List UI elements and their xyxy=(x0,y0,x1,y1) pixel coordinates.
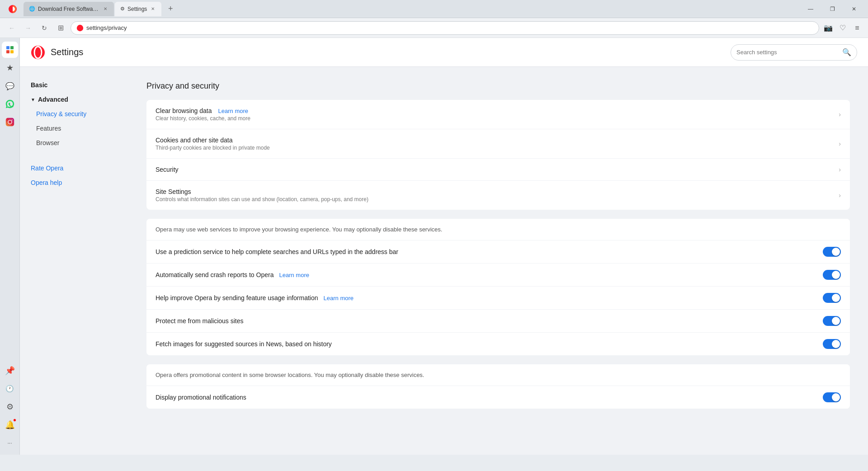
chevron-down-icon: ▼ xyxy=(31,97,35,102)
divider2 xyxy=(146,357,850,364)
clear-browsing-title: Clear browsing data Learn more xyxy=(156,107,835,114)
toggle-malicious-knob xyxy=(832,317,840,325)
toggle-crash-label: Automatically send crash reports to Oper… xyxy=(156,271,819,278)
toggle-prediction[interactable] xyxy=(823,247,841,257)
svg-rect-2 xyxy=(6,46,9,49)
toggle-malicious-row: Protect me from malicious sites xyxy=(146,310,850,333)
svg-rect-4 xyxy=(6,50,9,53)
settings-body: Basic ▼ Advanced Privacy & security Feat… xyxy=(20,67,868,455)
toggle-news-row: Fetch images for suggested sources in Ne… xyxy=(146,333,850,355)
opera-logo xyxy=(31,45,45,60)
new-tab-button[interactable]: + xyxy=(164,3,177,15)
nav-bar: ← → ↻ ⊞ settings/privacy 📷 ♡ ≡ xyxy=(0,18,868,38)
sidebar-messenger-icon[interactable]: 💬 xyxy=(2,78,18,94)
sidebar-bookmarks-icon[interactable]: ★ xyxy=(2,60,18,76)
toggle-prediction-knob xyxy=(832,248,840,256)
search-settings-box[interactable]: 🔍 xyxy=(731,44,857,61)
sidebar-settings-icon[interactable]: ⚙ xyxy=(2,399,18,415)
site-settings-chevron: › xyxy=(839,192,841,199)
site-settings-row[interactable]: Site Settings Controls what information … xyxy=(146,181,850,210)
settings-page: Settings 🔍 Basic ▼ Advanced Privacy & se… xyxy=(20,38,868,455)
back-button[interactable]: ← xyxy=(5,22,18,34)
nav-advanced-toggle[interactable]: ▼ Advanced xyxy=(20,92,128,107)
maximize-button[interactable]: ❐ xyxy=(822,2,843,16)
cookies-info: Cookies and other site data Third-party … xyxy=(156,137,835,151)
crash-learn-more[interactable]: Learn more xyxy=(279,272,309,278)
minimize-button[interactable]: — xyxy=(800,2,821,16)
toggle-news-label: Fetch images for suggested sources in Ne… xyxy=(156,340,819,348)
settings-header: Settings 🔍 xyxy=(20,38,868,67)
toggle-news-knob xyxy=(832,340,840,348)
privacy-card-main: Clear browsing data Learn more Clear his… xyxy=(146,100,850,210)
feature-learn-more[interactable]: Learn more xyxy=(324,295,354,301)
nav-advanced-label: Advanced xyxy=(38,96,68,103)
tab-bar: 🌐 Download Free Software fo ✕ ⚙ Settings… xyxy=(24,2,798,16)
toggle-promo-label: Display promotional notifications xyxy=(156,394,819,401)
sidebar-home-icon[interactable] xyxy=(2,42,18,58)
clear-browsing-learn-more[interactable]: Learn more xyxy=(218,108,248,114)
security-row[interactable]: Security › xyxy=(146,159,850,181)
security-info: Security xyxy=(156,166,835,173)
clear-browsing-info: Clear browsing data Learn more Clear his… xyxy=(156,107,835,122)
tab-download[interactable]: 🌐 Download Free Software fo ✕ xyxy=(24,2,114,16)
sidebar-history-icon[interactable]: 🕐 xyxy=(2,381,18,397)
divider1 xyxy=(146,212,850,219)
sidebar-pinned-icon[interactable]: 📌 xyxy=(2,363,18,379)
sidebar-promo-icon[interactable]: 🔔 xyxy=(2,417,18,433)
svg-point-8 xyxy=(11,120,12,121)
page-title: Settings xyxy=(51,47,725,57)
forward-button[interactable]: → xyxy=(22,22,34,34)
url-text: settings/privacy xyxy=(86,24,127,31)
tab-download-close[interactable]: ✕ xyxy=(102,6,108,12)
toggle-promo[interactable] xyxy=(823,392,841,402)
cookies-row[interactable]: Cookies and other site data Third-party … xyxy=(146,129,850,159)
nav-rate-opera[interactable]: Rate Opera xyxy=(20,161,128,175)
sidebar-more-icon[interactable]: ··· xyxy=(2,435,18,451)
security-title: Security xyxy=(156,166,835,173)
toggle-crash[interactable] xyxy=(823,270,841,280)
toggle-crash-knob xyxy=(832,271,840,279)
site-settings-info: Site Settings Controls what information … xyxy=(156,188,835,203)
screenshot-icon[interactable]: 📷 xyxy=(823,23,834,33)
toggle-news[interactable] xyxy=(823,339,841,349)
tab-settings[interactable]: ⚙ Settings ✕ xyxy=(115,2,161,16)
sidebar-whatsapp-icon[interactable] xyxy=(2,96,18,112)
toggle-feature[interactable] xyxy=(823,293,841,303)
toggle-promo-row: Display promotional notifications xyxy=(146,386,850,409)
services-info-text: Opera may use web services to improve yo… xyxy=(146,219,850,240)
nav-right-icons: 📷 ♡ ≡ xyxy=(823,23,863,33)
nav-privacy-security[interactable]: Privacy & security xyxy=(20,107,128,121)
security-chevron: › xyxy=(839,166,841,173)
nav-browser[interactable]: Browser xyxy=(20,136,128,150)
grid-view-button[interactable]: ⊞ xyxy=(54,22,67,34)
toggle-feature-knob xyxy=(832,294,840,302)
svg-rect-6 xyxy=(5,118,14,126)
close-button[interactable]: ✕ xyxy=(844,2,864,16)
search-settings-input[interactable] xyxy=(736,49,839,56)
toggle-crash-row: Automatically send crash reports to Oper… xyxy=(146,264,850,287)
toggle-promo-knob xyxy=(832,393,840,401)
browser-icon xyxy=(4,2,22,16)
site-settings-title: Site Settings xyxy=(156,188,835,195)
nav-opera-help[interactable]: Opera help xyxy=(20,175,128,190)
svg-point-9 xyxy=(31,46,45,59)
favorites-icon[interactable]: ♡ xyxy=(837,23,848,33)
window-controls: — ❐ ✕ xyxy=(800,2,864,16)
toggle-malicious[interactable] xyxy=(823,316,841,326)
title-bar: 🌐 Download Free Software fo ✕ ⚙ Settings… xyxy=(0,0,868,18)
tab-settings-label: Settings xyxy=(127,6,147,12)
svg-point-1 xyxy=(77,24,83,31)
reload-button[interactable]: ↻ xyxy=(38,22,51,34)
tab-download-favicon: 🌐 xyxy=(29,6,35,12)
tab-settings-close[interactable]: ✕ xyxy=(150,6,156,12)
clear-browsing-row[interactable]: Clear browsing data Learn more Clear his… xyxy=(146,100,850,129)
nav-basic[interactable]: Basic xyxy=(20,78,128,92)
settings-content: Privacy and security Clear browsing data… xyxy=(128,67,868,455)
nav-features[interactable]: Features xyxy=(20,121,128,136)
settings-nav: Basic ▼ Advanced Privacy & security Feat… xyxy=(20,67,128,455)
cookies-chevron: › xyxy=(839,140,841,147)
url-bar[interactable]: settings/privacy xyxy=(71,21,819,35)
opera-nav-logo xyxy=(76,24,84,32)
sidebar-instagram-icon[interactable] xyxy=(2,114,18,130)
sidebar-toggle-icon[interactable]: ≡ xyxy=(852,23,863,33)
